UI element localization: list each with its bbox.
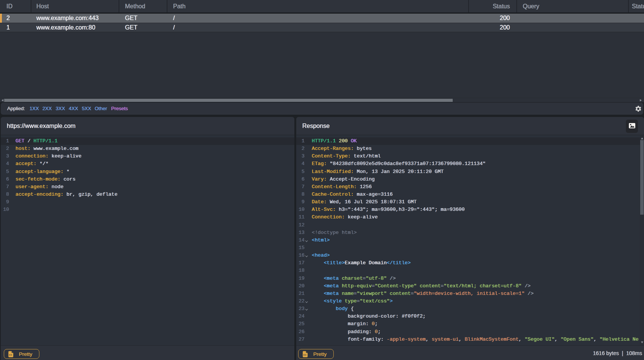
svg-text:<>: <> <box>9 353 12 356</box>
svg-text:<>: <> <box>303 353 306 356</box>
